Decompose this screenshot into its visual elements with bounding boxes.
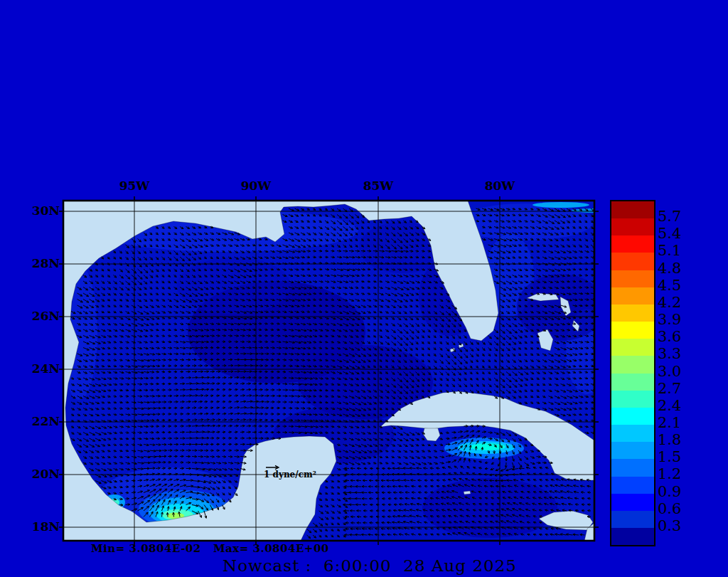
colorbar-band	[611, 339, 654, 356]
colorbar-band	[611, 253, 654, 270]
latitude-tick-label: 24N	[27, 362, 60, 376]
colorbar-tick-label: 0.9	[658, 484, 700, 500]
colorbar-tick-label: 4.2	[658, 295, 700, 311]
colorbar-tick-label: 3.9	[658, 312, 700, 328]
colorbar-tick-label: 3.6	[658, 329, 700, 345]
colorbar-band	[611, 270, 654, 287]
colorbar-tick-label: 2.4	[658, 398, 700, 414]
colorbar-tick-label: 5.1	[658, 243, 700, 259]
colorbar-tick-label: 0.6	[658, 501, 700, 517]
min-label: Min=	[91, 542, 125, 555]
latitude-tick-label: 20N	[27, 467, 60, 481]
vector-scale-label: 1 dyne/cm²	[264, 470, 316, 480]
longitude-tick-label: 90W	[236, 179, 276, 193]
colorbar-band	[611, 218, 654, 235]
land-mass	[464, 491, 471, 494]
colorbar-tick-label: 4.5	[658, 277, 700, 294]
high-stress-patch	[532, 202, 589, 208]
vector-scale-text: 1 dyne/cm²	[264, 470, 316, 480]
nowcast-plot: 95W90W85W80W 30N28N26N24N22N20N18N 5.75.…	[0, 0, 728, 577]
colorbar-band	[611, 374, 654, 391]
colorbar-tick-label: 5.4	[658, 226, 700, 242]
colorbar-tick-label: 5.7	[658, 208, 700, 225]
latitude-tick-label: 22N	[27, 415, 60, 428]
max-value: 3.0804E+00	[252, 542, 328, 555]
colorbar-tick-label: 3.0	[658, 364, 700, 380]
colorbar-band	[611, 305, 654, 322]
colorbar-band	[611, 528, 654, 545]
longitude-tick-label: 85W	[358, 179, 398, 193]
longitude-tick-label: 80W	[480, 179, 520, 193]
colorbar-band	[611, 477, 654, 494]
colorbar-band	[611, 287, 654, 305]
colorbar-band	[611, 425, 654, 442]
latitude-tick-label: 26N	[27, 309, 60, 323]
colorbar-band	[611, 442, 654, 459]
colorbar-tick-label: 1.5	[658, 449, 700, 465]
colorbar	[610, 200, 655, 546]
colorbar-band	[611, 408, 654, 425]
colorbar-band	[611, 511, 654, 528]
latitude-tick-label: 28N	[27, 257, 60, 270]
colorbar-band	[611, 356, 654, 373]
colorbar-tick-label: 0.3	[658, 518, 700, 534]
colorbar-band	[611, 235, 654, 253]
minmax-readout: Min= 3.0804E-02 Max= 3.0804E+00	[91, 543, 329, 555]
colorbar-tick-label: 1.8	[658, 432, 700, 448]
colorbar-tick-label: 4.8	[658, 260, 700, 277]
latitude-tick-label: 30N	[27, 204, 60, 218]
max-label: Max=	[213, 542, 249, 555]
ocean-shade-patch	[422, 478, 557, 538]
latitude-tick-label: 18N	[27, 520, 60, 534]
colorbar-band	[611, 322, 654, 339]
colorbar-band	[611, 494, 654, 511]
colorbar-band	[611, 391, 654, 408]
colorbar-tick-label: 2.1	[658, 415, 700, 431]
plot-title: Nowcast : 6:00:00 28 Aug 2025	[199, 557, 540, 575]
colorbar-tick-label: 1.2	[658, 466, 700, 482]
gulf-of-mexico-map	[58, 195, 600, 546]
colorbar-band	[611, 201, 654, 218]
longitude-tick-label: 95W	[114, 179, 154, 193]
colorbar-band	[611, 459, 654, 476]
colorbar-tick-label: 3.3	[658, 346, 700, 362]
min-value: 3.0804E-02	[129, 542, 201, 555]
map-layers	[60, 201, 600, 541]
colorbar-tick-label: 2.7	[658, 381, 700, 397]
